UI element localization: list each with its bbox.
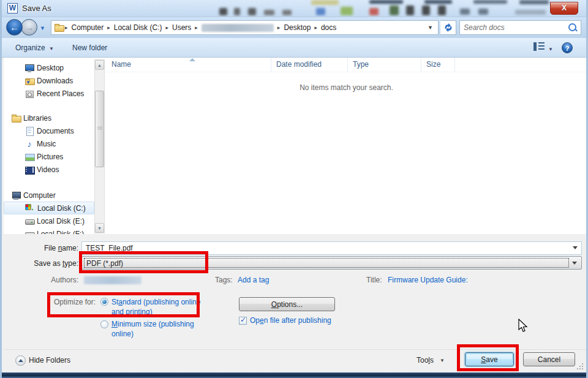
- file-name-label: File name:: [17, 244, 78, 252]
- sidebar-item-label: Downloads: [34, 77, 73, 85]
- sidebar-item-label: Desktop: [34, 64, 64, 72]
- save-as-type-label: Save as type:: [17, 259, 78, 268]
- address-dropdown-icon[interactable]: ▼: [423, 25, 438, 31]
- sidebar-item-label: Videos: [34, 165, 59, 174]
- annotation-save-button: [457, 344, 519, 371]
- search-icon[interactable]: [567, 22, 578, 33]
- file-browser: Desktop Downloads Recent Places Librarie…: [4, 58, 586, 234]
- annotation-save-as-type: [79, 251, 208, 273]
- breadcrumb-local-disk-c[interactable]: Local Disk (C:): [111, 23, 165, 32]
- search-box[interactable]: [459, 20, 581, 35]
- sidebar-item-label: Computer: [21, 191, 56, 200]
- options-button[interactable]: Options...: [239, 297, 335, 311]
- window-title: Save As: [22, 4, 51, 13]
- computer-icon: [11, 191, 21, 200]
- sidebar-item-label: Pictures: [34, 153, 63, 161]
- minimum-size-radio-label[interactable]: Minimum size (publishing online): [111, 319, 203, 339]
- title-value[interactable]: Firmware Update Guide:: [388, 276, 468, 284]
- tools-menu[interactable]: Tools: [417, 356, 434, 365]
- refresh-icon: [443, 23, 453, 32]
- open-file-after-publishing-checkbox[interactable]: [239, 317, 247, 325]
- chevron-right-icon: ▸: [106, 25, 111, 31]
- music-icon: ♪: [24, 139, 34, 149]
- annotation-optimize-standard: [47, 292, 200, 317]
- refresh-button[interactable]: [440, 20, 456, 35]
- navigation-pane: Desktop Downloads Recent Places Librarie…: [4, 58, 94, 234]
- add-a-tag-link[interactable]: Add a tag: [238, 276, 269, 284]
- title-label: Title:: [366, 276, 382, 284]
- combo-dropdown-icon[interactable]: [572, 262, 577, 265]
- chevron-down-icon[interactable]: ▼: [440, 358, 445, 363]
- scroll-down-icon[interactable]: ▼: [95, 223, 104, 233]
- sidebar-item-label: Local Disk (C:): [35, 204, 86, 213]
- libraries-icon: [11, 113, 21, 123]
- sidebar-item-pictures[interactable]: Pictures: [4, 150, 94, 163]
- window-bottom-border: [2, 372, 586, 378]
- views-button[interactable]: ▼: [533, 42, 553, 53]
- sidebar-item-label: Documents: [34, 127, 74, 135]
- sidebar-item-local-disk-f[interactable]: Local Disk (F:): [4, 227, 94, 234]
- blurred-ribbon-background: [2, 0, 586, 17]
- sidebar-item-desktop[interactable]: Desktop: [4, 61, 94, 74]
- sidebar-item-videos[interactable]: Videos: [4, 163, 94, 176]
- organize-button[interactable]: Organize ▼: [10, 41, 59, 55]
- sidebar-scrollbar[interactable]: ▲ ▼: [94, 59, 105, 233]
- sidebar-item-music[interactable]: ♪ Music: [4, 137, 94, 150]
- resize-grip[interactable]: [576, 363, 584, 370]
- breadcrumb-docs[interactable]: docs: [318, 23, 339, 32]
- back-button[interactable]: ←: [6, 19, 23, 36]
- sidebar-item-computer[interactable]: Computer: [4, 189, 94, 202]
- views-icon: [533, 42, 545, 51]
- chevron-down-icon: ▼: [49, 46, 54, 51]
- sidebar-item-libraries[interactable]: Libraries: [4, 112, 94, 124]
- breadcrumb-desktop[interactable]: Desktop: [281, 23, 313, 32]
- address-row: ← → ▼ ▸ Computer ▸ Local Disk (C:) ▸ Use…: [2, 17, 586, 38]
- sidebar-item-label: Libraries: [21, 114, 51, 123]
- breadcrumb-users[interactable]: Users: [170, 23, 194, 32]
- sidebar-item-documents[interactable]: Documents: [4, 124, 94, 137]
- title-bar: W Save As X: [2, 0, 586, 17]
- column-header-size[interactable]: Size: [421, 58, 455, 72]
- chevron-down-icon: ▼: [548, 47, 553, 52]
- sidebar-item-label: Local Disk (F:): [34, 230, 84, 235]
- system-drive-icon: [25, 203, 35, 213]
- videos-icon: [24, 165, 34, 175]
- mouse-cursor: [518, 319, 528, 333]
- sidebar-item-recent-places[interactable]: Recent Places: [4, 87, 94, 100]
- scrollbar-thumb[interactable]: [95, 91, 104, 167]
- close-button[interactable]: X: [550, 2, 578, 15]
- new-folder-button[interactable]: New folder: [67, 41, 112, 55]
- column-header-name[interactable]: Name: [107, 58, 271, 72]
- minimum-size-radio[interactable]: [100, 320, 108, 328]
- sidebar-item-local-disk-e[interactable]: Local Disk (E:): [4, 214, 94, 227]
- hide-folders-icon: [15, 355, 26, 366]
- scroll-up-icon[interactable]: ▲: [95, 60, 104, 70]
- combo-dropdown-icon[interactable]: [573, 246, 578, 249]
- chevron-right-icon: ▸: [164, 25, 170, 31]
- empty-results-message: No items match your search.: [107, 83, 586, 92]
- breadcrumb-computer[interactable]: Computer: [69, 23, 107, 32]
- search-input[interactable]: [460, 23, 567, 32]
- breadcrumb[interactable]: ▸ Computer ▸ Local Disk (C:) ▸ Users ▸ ▸…: [51, 20, 439, 35]
- column-header-date-modified[interactable]: Date modified: [271, 58, 348, 72]
- chevron-right-icon: ▸: [313, 25, 318, 31]
- command-toolbar: Organize ▼ New folder ▼ ?: [2, 38, 586, 58]
- drive-icon: [24, 216, 34, 226]
- chevron-right-icon: ▸: [276, 25, 282, 31]
- pictures-icon: [24, 152, 34, 162]
- breadcrumb-redacted-user[interactable]: [202, 24, 274, 32]
- column-header-type[interactable]: Type: [348, 58, 421, 72]
- save-as-dialog: W Save As X ← → ▼ ▸ Computer ▸ Local Dis…: [0, 0, 588, 378]
- forward-button[interactable]: →: [21, 19, 37, 36]
- word-app-icon: W: [7, 3, 18, 13]
- recent-places-icon: [24, 89, 34, 99]
- column-headers: Name Date modified Type Size: [107, 58, 586, 72]
- help-icon[interactable]: ?: [562, 42, 573, 53]
- sidebar-item-downloads[interactable]: Downloads: [4, 74, 94, 87]
- documents-icon: [24, 126, 34, 136]
- nav-history-dropdown-icon[interactable]: ▼: [40, 25, 45, 31]
- cancel-button[interactable]: Cancel: [523, 352, 575, 366]
- open-file-after-publishing-label[interactable]: Open file after publishing: [250, 316, 331, 325]
- file-list: Name Date modified Type Size No items ma…: [107, 58, 586, 234]
- sidebar-item-local-disk-c[interactable]: Local Disk (C:): [4, 202, 94, 214]
